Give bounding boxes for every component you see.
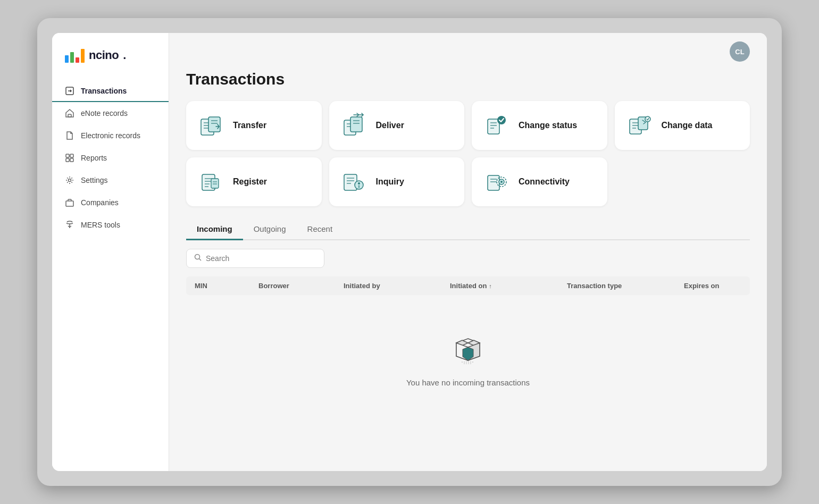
bar-red	[76, 57, 79, 63]
sidebar-item-mers[interactable]: MERS tools	[52, 214, 169, 236]
col-initiated-by: Initiated by	[344, 282, 450, 290]
transaction-cards-section: Transfer	[169, 101, 767, 219]
tab-incoming[interactable]: Incoming	[186, 219, 243, 240]
sidebar-item-settings[interactable]: Settings	[52, 169, 169, 191]
col-expires-on: Expires on	[684, 282, 767, 290]
user-avatar[interactable]: CL	[730, 41, 750, 62]
tab-recent[interactable]: Recent	[297, 219, 344, 240]
change-status-card[interactable]: Change status	[472, 101, 607, 150]
svg-rect-47	[488, 175, 499, 190]
change-status-label: Change status	[519, 121, 577, 130]
empty-state-text: You have no incoming transactions	[406, 378, 530, 387]
reports-icon	[65, 153, 74, 163]
svg-rect-1	[68, 114, 71, 117]
change-status-icon	[482, 112, 510, 139]
sidebar-item-settings-label: Settings	[81, 176, 108, 184]
sidebar-item-reports-label: Reports	[81, 154, 107, 162]
deliver-label: Deliver	[376, 121, 404, 130]
main-content: CL Transactions	[169, 33, 767, 471]
connectivity-card[interactable]: Connectivity	[472, 157, 607, 206]
register-icon	[197, 168, 224, 196]
col-initiated-on: Initiated on ↑	[450, 282, 567, 290]
col-borrower: Borrower	[258, 282, 344, 290]
svg-point-53	[195, 255, 200, 259]
deliver-card[interactable]: Deliver	[329, 101, 465, 150]
bar-green	[70, 52, 74, 63]
search-input[interactable]	[206, 254, 316, 263]
connectivity-label: Connectivity	[519, 177, 570, 187]
col-transaction-type: Transaction type	[567, 282, 684, 290]
bar-orange	[81, 49, 85, 63]
inquiry-icon	[340, 168, 367, 196]
sidebar-item-companies[interactable]: Companies	[52, 191, 169, 214]
col-min: MIN	[195, 282, 258, 290]
mers-icon	[65, 220, 74, 230]
app-window: ncino . Transactions	[52, 33, 767, 471]
sidebar-item-transactions-label: Transactions	[81, 87, 127, 95]
sidebar-item-enote[interactable]: eNote records	[52, 102, 169, 124]
file-icon	[65, 131, 74, 140]
search-bar[interactable]	[186, 249, 324, 268]
transfer-label: Transfer	[233, 121, 266, 130]
companies-icon	[65, 198, 74, 207]
sidebar-item-electronic-label: Electronic records	[81, 131, 140, 140]
svg-rect-37	[211, 179, 219, 188]
tab-outgoing[interactable]: Outgoing	[243, 219, 297, 240]
svg-rect-5	[70, 158, 73, 162]
connectivity-icon	[482, 168, 510, 196]
deliver-icon	[340, 112, 367, 139]
sidebar-item-transactions[interactable]: Transactions	[52, 80, 169, 102]
svg-rect-4	[66, 158, 69, 162]
svg-rect-12	[208, 117, 220, 132]
page-title: Transactions	[169, 70, 767, 101]
svg-rect-3	[70, 154, 73, 157]
tabs: Incoming Outgoing Recent	[186, 219, 750, 240]
table-header: MIN Borrower Initiated by Initiated on ↑…	[186, 276, 750, 295]
svg-point-45	[358, 182, 360, 184]
svg-rect-18	[350, 117, 362, 132]
change-data-card[interactable]: Change data	[615, 101, 750, 150]
sidebar-item-mers-label: MERS tools	[81, 221, 120, 229]
sidebar-item-enote-label: eNote records	[81, 109, 128, 117]
logo-icon	[65, 48, 85, 63]
table-section: MIN Borrower Initiated by Initiated on ↑…	[169, 249, 767, 471]
cards-row-2: Register	[186, 157, 750, 206]
logo-text: ncino	[89, 48, 119, 62]
inquiry-card[interactable]: Inquiry	[329, 157, 465, 206]
logo-suffix: .	[123, 48, 126, 62]
register-card[interactable]: Register	[186, 157, 322, 206]
empty-slot	[615, 157, 750, 206]
change-data-label: Change data	[662, 121, 713, 130]
svg-rect-2	[66, 154, 69, 157]
svg-rect-7	[66, 201, 73, 206]
home-icon	[65, 108, 74, 118]
sort-arrow[interactable]: ↑	[489, 283, 492, 289]
svg-rect-40	[344, 174, 357, 190]
svg-point-6	[69, 179, 71, 182]
sidebar-item-reports[interactable]: Reports	[52, 147, 169, 169]
tabs-section: Incoming Outgoing Recent	[169, 219, 767, 249]
settings-icon	[65, 175, 74, 185]
svg-point-25	[497, 116, 506, 124]
svg-point-52	[500, 181, 503, 183]
transfer-card[interactable]: Transfer	[186, 101, 322, 150]
svg-point-31	[645, 116, 650, 122]
change-data-icon	[625, 112, 653, 139]
transactions-icon	[65, 86, 74, 96]
transfer-icon	[197, 112, 224, 139]
top-bar: CL	[169, 33, 767, 70]
cards-row-1: Transfer	[186, 101, 750, 150]
empty-box-icon	[447, 327, 489, 369]
sidebar-item-electronic[interactable]: Electronic records	[52, 124, 169, 147]
sidebar-item-companies-label: Companies	[81, 198, 119, 207]
nav-items: Transactions eNote records	[52, 75, 169, 471]
inquiry-label: Inquiry	[376, 177, 404, 187]
empty-state: You have no incoming transactions	[186, 295, 750, 408]
search-icon	[194, 254, 202, 263]
logo-area: ncino .	[52, 33, 169, 75]
device-frame: ncino . Transactions	[37, 18, 782, 486]
bar-blue	[65, 55, 69, 63]
svg-line-54	[199, 259, 202, 261]
register-label: Register	[233, 177, 267, 187]
sidebar: ncino . Transactions	[52, 33, 169, 471]
